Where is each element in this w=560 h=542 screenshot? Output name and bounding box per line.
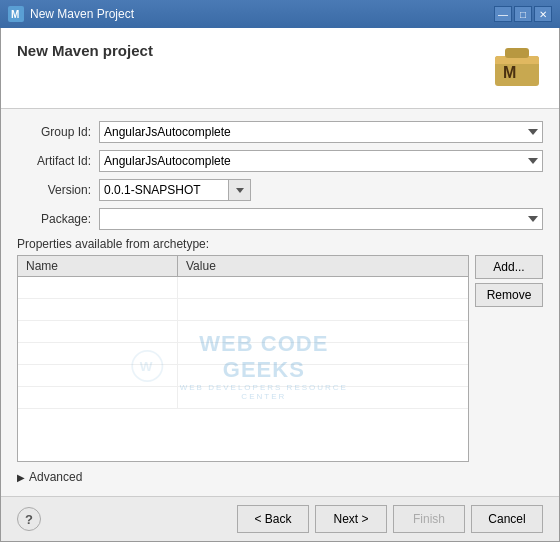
table-row <box>18 321 468 343</box>
group-id-dropdown[interactable]: AngularJsAutocomplete <box>99 121 543 143</box>
back-button[interactable]: < Back <box>237 505 309 533</box>
group-id-row: Group Id: AngularJsAutocomplete <box>17 121 543 143</box>
advanced-section[interactable]: ▶ Advanced <box>17 470 543 484</box>
footer-left: ? <box>17 507 41 531</box>
finish-button[interactable]: Finish <box>393 505 465 533</box>
table-header-name: Name <box>18 256 178 276</box>
maven-icon: M <box>491 42 543 94</box>
dialog-footer: ? < Back Next > Finish Cancel <box>1 496 559 541</box>
properties-table: Name Value <box>17 255 469 462</box>
title-bar: M New Maven Project — □ ✕ <box>0 0 560 28</box>
title-bar-left: M New Maven Project <box>8 6 134 22</box>
group-id-input-wrap: AngularJsAutocomplete <box>99 121 543 143</box>
properties-label: Properties available from archetype: <box>17 237 543 251</box>
advanced-arrow-icon: ▶ <box>17 472 25 483</box>
help-button[interactable]: ? <box>17 507 41 531</box>
table-row <box>18 299 468 321</box>
version-label: Version: <box>17 183 99 197</box>
table-header-value: Value <box>178 256 468 276</box>
table-header: Name Value <box>18 256 468 277</box>
window-body: New Maven project M Group Id: AngularJsA… <box>0 28 560 542</box>
cancel-button[interactable]: Cancel <box>471 505 543 533</box>
package-row: Package: <box>17 208 543 230</box>
table-row <box>18 387 468 409</box>
version-row: Version: <box>17 179 543 201</box>
advanced-label: Advanced <box>29 470 82 484</box>
close-button[interactable]: ✕ <box>534 6 552 22</box>
artifact-id-label: Artifact Id: <box>17 154 99 168</box>
table-row <box>18 365 468 387</box>
add-button[interactable]: Add... <box>475 255 543 279</box>
version-input-wrap <box>99 179 251 201</box>
artifact-id-row: Artifact Id: AngularJsAutocomplete <box>17 150 543 172</box>
minimize-button[interactable]: — <box>494 6 512 22</box>
version-input[interactable] <box>99 179 229 201</box>
artifact-id-dropdown[interactable]: AngularJsAutocomplete <box>99 150 543 172</box>
dialog-title: New Maven project <box>17 42 153 59</box>
svg-rect-5 <box>505 48 529 58</box>
maximize-button[interactable]: □ <box>514 6 532 22</box>
app-icon: M <box>8 6 24 22</box>
table-body: W WEB CODE GEEKS WEB DEVELOPERS RESOURCE… <box>18 277 468 458</box>
svg-text:M: M <box>503 64 516 81</box>
footer-right: < Back Next > Finish Cancel <box>237 505 543 533</box>
next-button[interactable]: Next > <box>315 505 387 533</box>
remove-button[interactable]: Remove <box>475 283 543 307</box>
package-dropdown[interactable] <box>99 208 543 230</box>
title-text: New Maven Project <box>30 7 134 21</box>
table-row <box>18 277 468 299</box>
properties-area: Name Value <box>17 255 543 462</box>
table-buttons: Add... Remove <box>475 255 543 462</box>
version-dropdown-button[interactable] <box>229 179 251 201</box>
table-row <box>18 343 468 365</box>
package-input-wrap <box>99 208 543 230</box>
dialog-header: New Maven project M <box>1 28 559 109</box>
package-label: Package: <box>17 212 99 226</box>
svg-rect-4 <box>495 60 539 64</box>
dialog-content: Group Id: AngularJsAutocomplete Artifact… <box>1 109 559 496</box>
svg-text:M: M <box>11 9 19 20</box>
artifact-id-input-wrap: AngularJsAutocomplete <box>99 150 543 172</box>
title-controls: — □ ✕ <box>494 6 552 22</box>
group-id-label: Group Id: <box>17 125 99 139</box>
